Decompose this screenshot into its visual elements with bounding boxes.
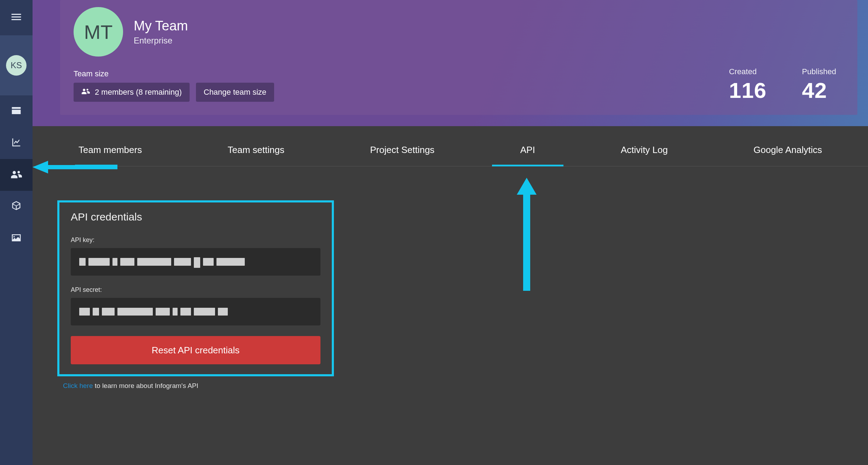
api-credentials-title: API credentials bbox=[71, 211, 320, 223]
team-size-label: Team size bbox=[74, 69, 274, 78]
tabs: Team members Team settings Project Setti… bbox=[33, 126, 868, 166]
members-count-chip[interactable]: 2 members (8 remaining) bbox=[74, 83, 190, 102]
people-icon bbox=[11, 170, 22, 180]
annotation-arrow-up bbox=[516, 178, 537, 291]
redacted-block bbox=[79, 308, 90, 316]
sidebar-menu-button[interactable] bbox=[0, 0, 33, 35]
tray-icon bbox=[11, 106, 22, 117]
api-key-label: API key: bbox=[71, 236, 320, 244]
api-learn-more: Click here to learn more about Infogram'… bbox=[63, 382, 868, 390]
team-avatar: MT bbox=[74, 7, 123, 57]
api-secret-label: API secret: bbox=[71, 286, 320, 294]
team-avatar-initials: MT bbox=[84, 20, 113, 43]
redacted-block bbox=[218, 308, 228, 316]
redacted-block bbox=[173, 308, 178, 316]
content-area: Team members Team settings Project Setti… bbox=[33, 126, 868, 465]
main: MT My Team Enterprise Team size bbox=[33, 0, 868, 465]
tab-api[interactable]: API bbox=[517, 145, 539, 166]
change-team-size-label: Change team size bbox=[204, 88, 266, 97]
sidebar-item-media[interactable] bbox=[0, 223, 33, 254]
redacted-block bbox=[137, 258, 171, 266]
members-count-text: 2 members (8 remaining) bbox=[95, 88, 182, 97]
team-name: My Team bbox=[134, 18, 188, 34]
avatar: KS bbox=[6, 55, 27, 76]
redacted-block bbox=[117, 308, 153, 316]
created-stat: Created 116 bbox=[729, 67, 766, 103]
svg-marker-1 bbox=[517, 178, 537, 291]
redacted-block bbox=[174, 258, 191, 266]
redacted-block bbox=[79, 258, 86, 266]
sidebar-item-library[interactable] bbox=[0, 95, 33, 127]
redacted-block bbox=[194, 257, 200, 268]
hamburger-icon bbox=[10, 11, 23, 25]
redacted-block bbox=[194, 308, 215, 316]
sidebar-item-analytics[interactable] bbox=[0, 127, 33, 159]
reset-api-credentials-button[interactable]: Reset API credentials bbox=[71, 336, 320, 364]
redacted-block bbox=[120, 258, 134, 266]
api-secret-field[interactable] bbox=[71, 298, 320, 325]
chart-icon bbox=[11, 137, 22, 149]
created-value: 116 bbox=[729, 78, 766, 103]
sidebar-item-team[interactable] bbox=[0, 159, 33, 191]
people-icon bbox=[81, 88, 90, 97]
published-stat: Published 42 bbox=[802, 67, 836, 103]
tab-team-members[interactable]: Team members bbox=[75, 145, 145, 166]
api-learn-more-text: to learn more about Infogram's API bbox=[93, 382, 198, 389]
api-credentials-card: API credentials API key: API secret: bbox=[57, 200, 334, 376]
sidebar-item-brand[interactable] bbox=[0, 191, 33, 223]
team-plan: Enterprise bbox=[134, 36, 188, 46]
created-label: Created bbox=[729, 67, 766, 76]
image-icon bbox=[11, 233, 22, 244]
tab-google-analytics[interactable]: Google Analytics bbox=[750, 145, 826, 166]
tab-team-settings[interactable]: Team settings bbox=[224, 145, 288, 166]
change-team-size-button[interactable]: Change team size bbox=[196, 83, 274, 102]
team-header: MT My Team Enterprise Team size bbox=[33, 0, 868, 126]
cube-icon bbox=[11, 201, 21, 213]
redacted-block bbox=[112, 258, 117, 266]
team-header-card: MT My Team Enterprise Team size bbox=[60, 0, 857, 115]
tab-project-settings[interactable]: Project Settings bbox=[366, 145, 438, 166]
api-key-field[interactable] bbox=[71, 248, 320, 276]
sidebar: KS bbox=[0, 0, 33, 465]
redacted-block bbox=[88, 258, 110, 266]
redacted-block bbox=[216, 258, 245, 266]
sidebar-user-avatar[interactable]: KS bbox=[0, 35, 33, 95]
redacted-block bbox=[102, 308, 115, 316]
redacted-block bbox=[180, 308, 191, 316]
redacted-block bbox=[203, 258, 214, 266]
published-value: 42 bbox=[802, 78, 836, 103]
api-learn-more-link[interactable]: Click here bbox=[63, 382, 93, 389]
avatar-initials: KS bbox=[11, 60, 22, 70]
redacted-block bbox=[93, 308, 99, 316]
tab-activity-log[interactable]: Activity Log bbox=[617, 145, 671, 166]
published-label: Published bbox=[802, 67, 836, 76]
redacted-block bbox=[156, 308, 170, 316]
